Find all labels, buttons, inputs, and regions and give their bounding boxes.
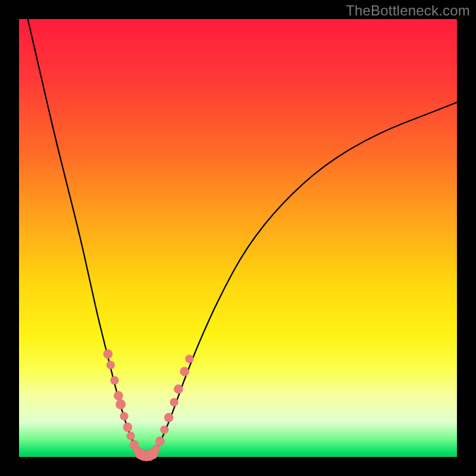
data-marker (114, 391, 123, 400)
data-marker (104, 349, 112, 358)
data-marker (127, 432, 135, 440)
data-marker (110, 376, 118, 384)
data-marker (155, 437, 164, 446)
data-marker (115, 399, 126, 409)
marker-group (104, 349, 194, 461)
watermark-text: TheBottleneck.com (346, 2, 470, 19)
data-marker (160, 425, 168, 434)
plot-area (19, 19, 457, 457)
data-marker (152, 445, 160, 453)
data-marker (185, 355, 193, 363)
data-marker (164, 413, 173, 422)
data-marker (170, 398, 178, 406)
data-marker (174, 384, 183, 393)
curve-group (28, 19, 457, 456)
bottleneck-curve (28, 19, 457, 456)
chart-frame: TheBottleneck.com (0, 0, 476, 476)
data-marker (123, 422, 132, 431)
data-marker (180, 367, 189, 376)
chart-svg (19, 19, 457, 457)
data-marker (107, 361, 115, 369)
data-marker (120, 412, 129, 421)
